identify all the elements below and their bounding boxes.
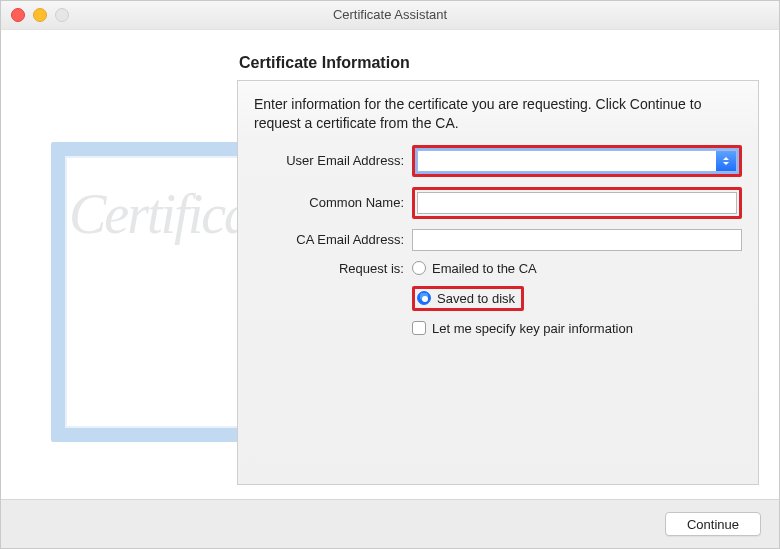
highlight-common-name	[412, 187, 742, 219]
zoom-icon	[55, 8, 69, 22]
user-email-combobox[interactable]	[417, 150, 737, 172]
ca-email-label: CA Email Address:	[254, 232, 404, 247]
keypair-row[interactable]: Let me specify key pair information	[412, 321, 742, 336]
minimize-icon[interactable]	[33, 8, 47, 22]
page-heading: Certificate Information	[239, 54, 410, 72]
radio-emailed[interactable]	[412, 261, 426, 275]
user-email-label: User Email Address:	[254, 153, 404, 168]
titlebar: Certificate Assistant	[1, 1, 779, 30]
window-controls	[11, 8, 69, 22]
radio-emailed-label: Emailed to the CA	[432, 261, 537, 276]
instruction-text: Enter information for the certificate yo…	[254, 95, 742, 133]
common-name-label: Common Name:	[254, 195, 404, 210]
radio-saved[interactable]	[417, 291, 431, 305]
radio-saved-label: Saved to disk	[437, 291, 515, 306]
highlight-saved-to-disk: Saved to disk	[412, 286, 524, 311]
form-panel: Enter information for the certificate yo…	[237, 80, 759, 485]
highlight-user-email	[412, 145, 742, 177]
footer: Continue	[1, 500, 779, 548]
keypair-checkbox[interactable]	[412, 321, 426, 335]
content-area: Certificate Certificate Information Ente…	[1, 29, 779, 500]
keypair-label: Let me specify key pair information	[432, 321, 633, 336]
close-icon[interactable]	[11, 8, 25, 22]
ca-email-input[interactable]	[412, 229, 742, 251]
form: User Email Address: Common Name: CA Emai…	[254, 145, 742, 336]
request-is-label: Request is:	[254, 261, 404, 276]
continue-button[interactable]: Continue	[665, 512, 761, 536]
radio-emailed-row[interactable]: Emailed to the CA	[412, 261, 742, 276]
chevron-down-icon[interactable]	[716, 151, 736, 171]
common-name-input[interactable]	[417, 192, 737, 214]
window-title: Certificate Assistant	[1, 1, 779, 29]
window: Certificate Assistant Certificate Certif…	[0, 0, 780, 549]
